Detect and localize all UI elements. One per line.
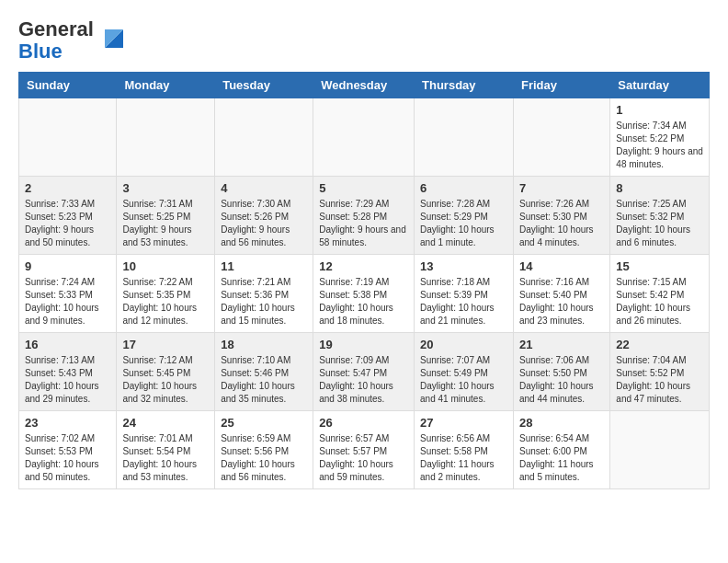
calendar-cell: 25Sunrise: 6:59 AM Sunset: 5:56 PM Dayli… — [215, 411, 313, 489]
day-number: 16 — [25, 338, 110, 351]
column-header-wednesday: Wednesday — [313, 73, 415, 98]
calendar-cell — [19, 98, 117, 177]
calendar-cell — [313, 98, 415, 177]
day-number: 9 — [25, 259, 110, 273]
day-info: Sunrise: 7:30 AM Sunset: 5:26 PM Dayligh… — [221, 198, 307, 249]
column-header-tuesday: Tuesday — [215, 73, 313, 98]
calendar-cell: 27Sunrise: 6:56 AM Sunset: 5:58 PM Dayli… — [415, 411, 514, 489]
calendar-cell: 6Sunrise: 7:28 AM Sunset: 5:29 PM Daylig… — [415, 177, 514, 255]
column-header-friday: Friday — [513, 73, 609, 98]
day-number: 2 — [25, 181, 110, 195]
day-number: 27 — [420, 416, 507, 430]
day-info: Sunrise: 7:22 AM Sunset: 5:35 PM Dayligh… — [122, 276, 209, 327]
day-number: 14 — [519, 259, 604, 273]
calendar-cell: 13Sunrise: 7:18 AM Sunset: 5:39 PM Dayli… — [415, 255, 514, 333]
calendar-cell: 8Sunrise: 7:25 AM Sunset: 5:32 PM Daylig… — [610, 177, 710, 255]
calendar-cell: 7Sunrise: 7:26 AM Sunset: 5:30 PM Daylig… — [513, 177, 609, 255]
calendar-cell — [513, 98, 609, 177]
day-number: 11 — [221, 259, 307, 273]
calendar-cell: 5Sunrise: 7:29 AM Sunset: 5:28 PM Daylig… — [313, 177, 415, 255]
day-info: Sunrise: 7:31 AM Sunset: 5:25 PM Dayligh… — [122, 198, 209, 249]
calendar-cell: 20Sunrise: 7:07 AM Sunset: 5:49 PM Dayli… — [415, 333, 514, 411]
day-number: 15 — [616, 259, 703, 273]
day-number: 12 — [319, 259, 408, 273]
calendar-cell: 3Sunrise: 7:31 AM Sunset: 5:25 PM Daylig… — [117, 177, 215, 255]
logo-icon — [97, 22, 127, 52]
day-info: Sunrise: 7:15 AM Sunset: 5:42 PM Dayligh… — [616, 276, 703, 327]
calendar-table: SundayMondayTuesdayWednesdayThursdayFrid… — [18, 72, 710, 489]
calendar-cell: 15Sunrise: 7:15 AM Sunset: 5:42 PM Dayli… — [610, 255, 710, 333]
calendar-cell: 18Sunrise: 7:10 AM Sunset: 5:46 PM Dayli… — [215, 333, 313, 411]
calendar-cell: 23Sunrise: 7:02 AM Sunset: 5:53 PM Dayli… — [19, 411, 117, 489]
calendar-cell: 4Sunrise: 7:30 AM Sunset: 5:26 PM Daylig… — [215, 177, 313, 255]
day-number: 22 — [616, 338, 703, 351]
calendar-cell: 21Sunrise: 7:06 AM Sunset: 5:50 PM Dayli… — [513, 333, 609, 411]
day-info: Sunrise: 7:09 AM Sunset: 5:47 PM Dayligh… — [319, 354, 408, 406]
day-number: 26 — [319, 416, 408, 430]
day-info: Sunrise: 6:59 AM Sunset: 5:56 PM Dayligh… — [221, 432, 307, 484]
column-header-sunday: Sunday — [19, 73, 117, 98]
calendar-cell: 1Sunrise: 7:34 AM Sunset: 5:22 PM Daylig… — [610, 98, 710, 177]
day-info: Sunrise: 7:10 AM Sunset: 5:46 PM Dayligh… — [221, 354, 307, 406]
week-row-5: 23Sunrise: 7:02 AM Sunset: 5:53 PM Dayli… — [19, 411, 710, 489]
calendar-cell: 2Sunrise: 7:33 AM Sunset: 5:23 PM Daylig… — [19, 177, 117, 255]
day-number: 6 — [420, 181, 507, 195]
logo-blue-text: Blue — [18, 40, 63, 63]
day-info: Sunrise: 7:28 AM Sunset: 5:29 PM Dayligh… — [420, 198, 507, 249]
calendar-cell: 10Sunrise: 7:22 AM Sunset: 5:35 PM Dayli… — [117, 255, 215, 333]
column-header-thursday: Thursday — [415, 73, 514, 98]
calendar-cell: 17Sunrise: 7:12 AM Sunset: 5:45 PM Dayli… — [117, 333, 215, 411]
day-info: Sunrise: 7:29 AM Sunset: 5:28 PM Dayligh… — [319, 198, 408, 249]
week-row-3: 9Sunrise: 7:24 AM Sunset: 5:33 PM Daylig… — [19, 255, 710, 333]
day-info: Sunrise: 7:25 AM Sunset: 5:32 PM Dayligh… — [616, 198, 703, 249]
day-number: 19 — [319, 338, 408, 351]
week-row-1: 1Sunrise: 7:34 AM Sunset: 5:22 PM Daylig… — [19, 98, 710, 177]
calendar-cell — [215, 98, 313, 177]
day-info: Sunrise: 7:33 AM Sunset: 5:23 PM Dayligh… — [25, 198, 110, 249]
calendar-cell: 9Sunrise: 7:24 AM Sunset: 5:33 PM Daylig… — [19, 255, 117, 333]
calendar-header-row: SundayMondayTuesdayWednesdayThursdayFrid… — [19, 73, 710, 98]
day-number: 1 — [616, 103, 703, 117]
day-info: Sunrise: 6:57 AM Sunset: 5:57 PM Dayligh… — [319, 432, 408, 484]
day-info: Sunrise: 7:01 AM Sunset: 5:54 PM Dayligh… — [122, 432, 209, 484]
day-info: Sunrise: 7:12 AM Sunset: 5:45 PM Dayligh… — [122, 354, 209, 406]
calendar-cell: 24Sunrise: 7:01 AM Sunset: 5:54 PM Dayli… — [117, 411, 215, 489]
logo-general-text: General — [18, 17, 94, 40]
day-number: 10 — [122, 259, 209, 273]
day-number: 28 — [519, 416, 604, 430]
day-info: Sunrise: 7:04 AM Sunset: 5:52 PM Dayligh… — [616, 354, 703, 406]
calendar-cell: 22Sunrise: 7:04 AM Sunset: 5:52 PM Dayli… — [610, 333, 710, 411]
calendar-cell: 19Sunrise: 7:09 AM Sunset: 5:47 PM Dayli… — [313, 333, 415, 411]
day-info: Sunrise: 7:13 AM Sunset: 5:43 PM Dayligh… — [25, 354, 110, 406]
day-info: Sunrise: 6:56 AM Sunset: 5:58 PM Dayligh… — [420, 432, 507, 484]
day-info: Sunrise: 7:16 AM Sunset: 5:40 PM Dayligh… — [519, 276, 604, 327]
day-number: 8 — [616, 181, 703, 195]
calendar-cell — [117, 98, 215, 177]
day-info: Sunrise: 7:19 AM Sunset: 5:38 PM Dayligh… — [319, 276, 408, 327]
calendar-cell: 14Sunrise: 7:16 AM Sunset: 5:40 PM Dayli… — [513, 255, 609, 333]
week-row-4: 16Sunrise: 7:13 AM Sunset: 5:43 PM Dayli… — [19, 333, 710, 411]
calendar-cell: 26Sunrise: 6:57 AM Sunset: 5:57 PM Dayli… — [313, 411, 415, 489]
day-info: Sunrise: 7:06 AM Sunset: 5:50 PM Dayligh… — [519, 354, 604, 406]
page-header: General Blue — [18, 18, 710, 63]
day-info: Sunrise: 7:34 AM Sunset: 5:22 PM Dayligh… — [616, 120, 703, 171]
day-number: 21 — [519, 338, 604, 351]
calendar-cell: 28Sunrise: 6:54 AM Sunset: 6:00 PM Dayli… — [513, 411, 609, 489]
day-number: 5 — [319, 181, 408, 195]
day-number: 7 — [519, 181, 604, 195]
day-number: 4 — [221, 181, 307, 195]
day-number: 23 — [25, 416, 110, 430]
day-info: Sunrise: 7:18 AM Sunset: 5:39 PM Dayligh… — [420, 276, 507, 327]
calendar-cell: 16Sunrise: 7:13 AM Sunset: 5:43 PM Dayli… — [19, 333, 117, 411]
column-header-saturday: Saturday — [610, 73, 710, 98]
day-info: Sunrise: 7:26 AM Sunset: 5:30 PM Dayligh… — [519, 198, 604, 249]
calendar-cell: 12Sunrise: 7:19 AM Sunset: 5:38 PM Dayli… — [313, 255, 415, 333]
week-row-2: 2Sunrise: 7:33 AM Sunset: 5:23 PM Daylig… — [19, 177, 710, 255]
calendar-cell: 11Sunrise: 7:21 AM Sunset: 5:36 PM Dayli… — [215, 255, 313, 333]
day-number: 25 — [221, 416, 307, 430]
day-number: 3 — [122, 181, 209, 195]
calendar-cell — [610, 411, 710, 489]
day-info: Sunrise: 7:21 AM Sunset: 5:36 PM Dayligh… — [221, 276, 307, 327]
day-info: Sunrise: 7:02 AM Sunset: 5:53 PM Dayligh… — [25, 432, 110, 484]
day-info: Sunrise: 7:07 AM Sunset: 5:49 PM Dayligh… — [420, 354, 507, 406]
